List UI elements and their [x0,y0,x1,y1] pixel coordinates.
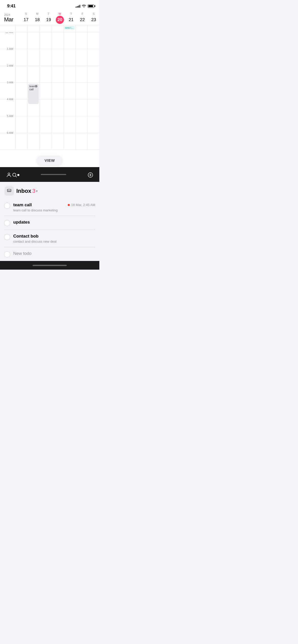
day-23[interactable]: S 23 [88,12,99,24]
all-day-cells: new team [15,25,99,32]
reminder-title-contact-bob: Contact bob [13,233,95,239]
time-cells-5am [15,116,99,133]
tab-person-icon[interactable] [6,172,12,178]
day-num-21: 21 [67,16,75,24]
inbox-title-row[interactable]: Inbox 3 ▾ [16,188,38,194]
time-cells-12am [15,32,99,49]
day-21[interactable]: T 21 [65,12,77,24]
reminder-item-new-todo[interactable]: New todo [4,247,95,261]
home-indicator-bar [33,265,67,266]
event-title-team-call: team call [29,85,35,91]
allday-cell-3 [51,25,63,32]
week-header: 2024 Mar S 17 M 18 T 19 W 20 T 21 [0,10,99,25]
calendar-section: 2024 Mar S 17 M 18 T 19 W 20 T 21 [0,10,99,167]
allday-cell-0 [15,25,27,32]
status-time: 9:41 [7,4,16,9]
day-letter-20: W [59,12,61,15]
day-num-17: 17 [22,16,30,24]
checkbox-new-todo[interactable] [4,251,10,257]
view-button[interactable]: VIEW [37,156,62,165]
reminder-item-team-call[interactable]: team call team call to discuss marketing… [4,199,95,216]
tab-search-icon[interactable] [12,172,17,178]
day-17[interactable]: S 17 [20,12,32,24]
reminder-content-team-call: team call team call to discuss marketing [13,202,65,212]
status-icons [76,4,94,8]
time-cell-3am-mon[interactable]: team call [27,83,39,99]
time-label-4am: 4 AM [0,98,15,114]
inbox-panel: Inbox 3 ▾ team call team call to discuss… [0,182,99,270]
tab-add-icon[interactable] [88,172,93,178]
calendar-year: 2024 [4,13,20,16]
day-letter-21: T [70,12,72,15]
status-bar: 9:41 [0,0,99,10]
inbox-count-badge: 3 [32,188,35,194]
time-cells-3am: team call [15,83,99,99]
reminder-title-team-call: team call [13,202,65,208]
reminder-item-contact-bob[interactable]: Contact bob contact and discuss new deal [4,230,95,247]
all-day-event-new-team[interactable]: new team [64,26,75,30]
day-num-18: 18 [33,16,41,24]
time-label-12am: 12 AM [0,32,15,47]
tab-dot [17,174,19,176]
day-19[interactable]: T 19 [43,12,54,24]
time-label-5am: 5 AM [0,114,15,131]
time-grid: 12 AM 1 AM [0,32,99,150]
overdue-dot-team-call [68,204,70,206]
inbox-header: Inbox 3 ▾ [0,182,99,199]
day-letter-17: S [25,12,27,15]
view-button-container: VIEW [37,156,62,165]
calendar-grid: 12 AM 1 AM [0,32,99,167]
reminder-time-text-team-call: 18 Mar, 2:45 AM [71,203,95,207]
time-row-1am: 1 AM [0,49,99,66]
checkbox-contact-bob[interactable] [4,234,10,240]
time-gutter-allday [0,25,15,32]
all-day-row: new team [0,25,99,32]
reminder-list: team call team call to discuss marketing… [0,199,99,261]
reminder-time-team-call: 18 Mar, 2:45 AM [68,203,95,207]
day-letter-18: M [36,12,38,15]
time-row-6am: 6 AM [0,133,99,150]
time-cells-6am [15,133,99,150]
day-letter-23: S [93,12,94,15]
battery-icon [88,5,94,8]
wifi-icon [82,4,86,8]
reminder-subtitle-team-call: team call to discuss marketing [13,208,65,212]
day-20-today[interactable]: W 20 [54,12,65,24]
day-18[interactable]: M 18 [32,12,43,24]
reminder-content-contact-bob: Contact bob contact and discuss new deal [13,233,95,243]
checkbox-team-call[interactable] [4,203,10,209]
month-label: 2024 Mar [0,13,20,23]
inbox-chevron-icon: ▾ [36,189,38,193]
inbox-icon-wrap [5,186,14,196]
inbox-icon [7,188,12,194]
tab-center-bar [41,174,66,175]
day-num-23: 23 [90,16,98,24]
day-letter-19: T [48,12,49,15]
day-22[interactable]: F 22 [77,12,88,24]
tab-home-indicator [19,173,88,177]
checkbox-updates[interactable] [4,220,10,226]
reminder-content-new-todo: New todo [13,251,95,256]
allday-cell-6 [87,25,99,32]
time-row-3am: 3 AM team call [0,83,99,99]
inbox-title-label: Inbox [16,188,31,194]
time-cells-2am [15,66,99,82]
tab-bar [0,167,99,182]
calendar-month: Mar [4,16,20,23]
time-row-12am: 12 AM [0,32,99,49]
allday-cell-5 [75,25,87,32]
time-label-3am: 3 AM [0,81,15,97]
time-label-2am: 2 AM [0,64,15,81]
reminder-title-updates: updates [13,219,95,225]
reminder-item-updates[interactable]: updates [4,216,95,230]
week-days: S 17 M 18 T 19 W 20 T 21 F 22 [20,12,99,24]
reminder-title-new-todo: New todo [13,251,95,256]
event-dot [35,85,37,87]
day-num-22: 22 [78,16,87,24]
team-call-event[interactable]: team call [28,84,39,104]
allday-cell-2 [39,25,51,32]
time-row-2am: 2 AM [0,66,99,83]
allday-cell-1 [27,25,39,32]
time-row-4am: 4 AM [0,99,99,116]
signal-icon [76,5,80,8]
